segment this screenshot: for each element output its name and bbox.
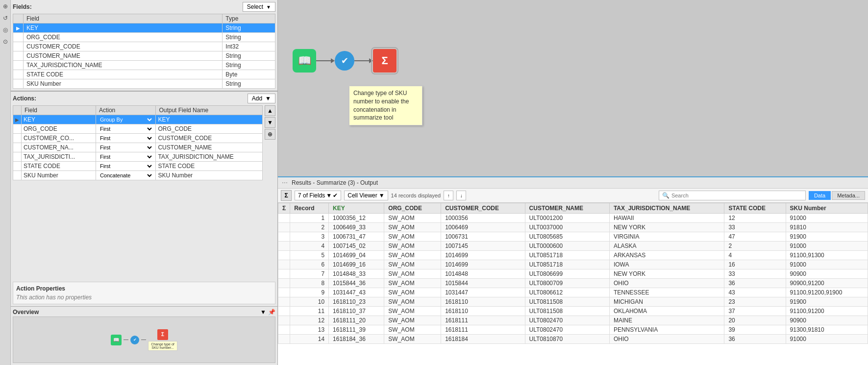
actions-row-action[interactable]: First xyxy=(96,143,155,152)
actions-row-action[interactable]: First xyxy=(96,162,155,171)
data-table: Σ Record KEY ORG_CODE CUSTOMER_CODE CUST… xyxy=(278,203,868,344)
actions-row-action-select[interactable]: First xyxy=(98,135,153,142)
node-check[interactable]: ✔ xyxy=(335,51,354,71)
sidebar-icon-4[interactable]: ⊙ xyxy=(1,37,10,46)
actions-row-action[interactable]: Concatenate xyxy=(96,171,155,180)
tab-metadata[interactable]: Metada... xyxy=(832,191,865,200)
select-button[interactable]: Select ▼ xyxy=(243,2,275,12)
data-cell-org: SW_AOM xyxy=(384,223,441,232)
data-table-row: 1 1000356_12 SW_AOM 1000356 ULT0001200 H… xyxy=(278,214,868,223)
data-cell-custcode: 1007145 xyxy=(441,242,525,251)
tab-data[interactable]: Data xyxy=(809,191,831,200)
actions-row-arrow xyxy=(13,134,22,143)
actions-row-action-select[interactable]: Concatenate xyxy=(98,172,153,179)
actions-row-output: TAX_JURISDICTION_NAME xyxy=(156,152,263,162)
fields-table-row[interactable]: STATE CODE Byte xyxy=(13,70,275,79)
fields-table-row[interactable]: ▶ KEY String xyxy=(13,24,275,33)
data-cell-sku: 91100,91200 xyxy=(786,307,868,316)
actions-row-field: SKU Number xyxy=(22,171,96,180)
actions-table-row[interactable]: ▶ KEY Group By KEY xyxy=(13,115,263,124)
actions-table-row[interactable]: CUSTOMER_CO... First CUSTOMER_CODE xyxy=(13,134,263,143)
actions-row-arrow xyxy=(13,162,22,171)
actions-row-action[interactable]: Group By xyxy=(96,115,155,124)
actions-table-row[interactable]: TAX_JURISDICTI... First TAX_JURISDICTION… xyxy=(13,152,263,162)
actions-table-row[interactable]: ORG_CODE First ORG_CODE xyxy=(13,124,263,134)
results-header-dots: ⋯ xyxy=(282,179,288,186)
actions-row-action[interactable]: First xyxy=(96,134,155,143)
data-cell-sku: 91900 xyxy=(786,232,868,242)
fields-table-row[interactable]: SKU Number String xyxy=(13,79,275,89)
actions-row-action-select[interactable]: First xyxy=(98,153,153,160)
node-book[interactable]: 📖 xyxy=(293,49,316,73)
fields-table-row[interactable]: CUSTOMER_NAME String xyxy=(13,51,275,61)
actions-table-row[interactable]: CUSTOMER_NA... First CUSTOMER_NAME xyxy=(13,143,263,152)
data-table-wrap: Σ Record KEY ORG_CODE CUSTOMER_CODE CUST… xyxy=(278,203,868,365)
data-cell-sku: 90900 xyxy=(786,316,868,325)
data-cell-custcode: 1000356 xyxy=(441,214,525,223)
fields-section: Fields: Select ▼ Field Type ▶ KEY String… xyxy=(11,0,277,92)
action-extra-button[interactable]: ⊕ xyxy=(265,129,275,140)
move-down-button[interactable]: ▼ xyxy=(265,117,275,128)
search-input[interactable] xyxy=(671,193,802,198)
data-cell-sku: 91000 xyxy=(786,335,868,344)
cell-viewer-btn[interactable]: Cell Viewer ▼ xyxy=(344,191,388,200)
data-cell-custcode: 1618110 xyxy=(441,297,525,307)
data-cell-sigma xyxy=(278,214,290,223)
overview-collapse[interactable]: ▼ xyxy=(260,309,266,316)
fields-table-row[interactable]: CUSTOMER_CODE Int32 xyxy=(13,42,275,51)
side-buttons: ▲ ▼ ⊕ xyxy=(265,105,275,280)
sidebar-icon-1[interactable]: ⊕ xyxy=(1,2,10,11)
left-sidebar: ⊕ ↺ ◎ ⊙ xyxy=(0,0,11,365)
data-cell-org: SW_AOM xyxy=(384,335,441,344)
fields-selector-label: 7 of Fields xyxy=(298,192,325,199)
fields-row-type: String xyxy=(223,61,275,70)
data-cell-custname: ULT0851718 xyxy=(525,260,609,269)
data-cell-sku: 90900 xyxy=(786,269,868,279)
data-cell-num: 7 xyxy=(290,269,329,279)
fields-table-row[interactable]: TAX_JURISDICTION_NAME String xyxy=(13,61,275,70)
actions-table-row[interactable]: SKU Number Concatenate SKU Number xyxy=(13,171,263,180)
data-cell-statecode: 2 xyxy=(724,242,786,251)
data-cell-statecode: 33 xyxy=(724,223,786,232)
overview-pin[interactable]: 📌 xyxy=(268,309,275,316)
results-header-label: Results - Summarize (3) - Output xyxy=(292,179,378,186)
fields-table-row[interactable]: ORG_CODE String xyxy=(13,33,275,42)
data-cell-taxjuris: MICHIGAN xyxy=(609,297,724,307)
fields-row-arrow xyxy=(13,33,24,42)
connector-arrow-1 xyxy=(331,58,335,63)
actions-row-action[interactable]: First xyxy=(96,152,155,162)
data-cell-org: SW_AOM xyxy=(384,269,441,279)
data-cell-sku: 91100,91300 xyxy=(786,251,868,260)
actions-row-action-select[interactable]: First xyxy=(98,144,153,151)
sort-asc-btn[interactable]: ↑ xyxy=(444,191,453,200)
add-button[interactable]: Add ▼ xyxy=(248,94,275,103)
data-table-row: 14 1618184_36 SW_AOM 1618184 ULT0810870 … xyxy=(278,335,868,344)
fields-row-field: ORG_CODE xyxy=(24,33,223,42)
fields-selector[interactable]: 7 of Fields ▼ ✔ xyxy=(295,191,341,200)
node-sigma[interactable]: Σ xyxy=(373,49,397,73)
data-cell-sigma xyxy=(278,316,290,325)
actions-flex: Field Action Output Field Name ▶ KEY Gro… xyxy=(13,105,275,280)
data-cell-num: 6 xyxy=(290,260,329,269)
actions-row-action-select[interactable]: First xyxy=(98,125,153,132)
data-cell-statecode: 43 xyxy=(724,288,786,297)
sidebar-icon-3[interactable]: ◎ xyxy=(1,25,10,34)
mini-line-1 xyxy=(124,340,128,340)
records-count: 14 records displayed xyxy=(391,193,441,198)
fields-selector-arrow: ▼ xyxy=(326,192,332,199)
sort-desc-btn[interactable]: ↓ xyxy=(456,191,466,200)
actions-row-field: CUSTOMER_NA... xyxy=(22,143,96,152)
actions-row-action[interactable]: First xyxy=(96,124,155,134)
results-panel: ⋯ Results - Summarize (3) - Output Σ 7 o… xyxy=(278,176,868,365)
actions-row-output: CUSTOMER_NAME xyxy=(156,143,263,152)
data-cell-custname: ULT0810870 xyxy=(525,335,609,344)
toolbar-sigma-btn[interactable]: Σ xyxy=(281,190,292,201)
sidebar-icon-2[interactable]: ↺ xyxy=(1,14,10,23)
fields-row-type: String xyxy=(223,79,275,89)
actions-row-action-select[interactable]: Group By xyxy=(98,116,153,123)
overview-header: Overview ▼ 📌 xyxy=(13,309,275,316)
actions-row-action-select[interactable]: First xyxy=(98,163,153,170)
move-up-button[interactable]: ▲ xyxy=(265,105,275,116)
add-button-label: Add xyxy=(252,95,262,102)
actions-table-row[interactable]: STATE CODE First STATE CODE xyxy=(13,162,263,171)
